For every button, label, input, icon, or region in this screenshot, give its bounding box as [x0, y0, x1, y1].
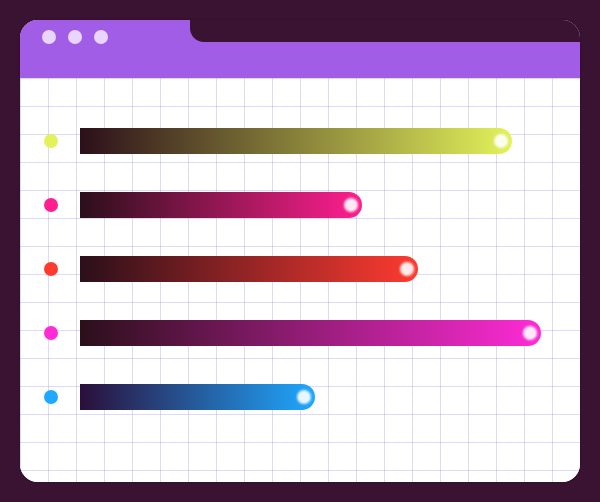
bar-row [50, 320, 550, 346]
window-controls [42, 30, 108, 44]
window-control-dot[interactable] [42, 30, 56, 44]
series-bullet-icon [44, 326, 58, 340]
window-control-dot[interactable] [94, 30, 108, 44]
series-bullet-icon [44, 198, 58, 212]
series-bullet-icon [44, 262, 58, 276]
bar [80, 320, 541, 346]
window-control-dot[interactable] [68, 30, 82, 44]
bar [80, 256, 418, 282]
titlebar [20, 20, 580, 78]
chart-area [20, 78, 580, 482]
bar-row [50, 128, 550, 154]
bar-row [50, 256, 550, 282]
series-bullet-icon [44, 134, 58, 148]
bar-row [50, 384, 550, 410]
bar-row [50, 192, 550, 218]
bar [80, 192, 362, 218]
series-bullet-icon [44, 390, 58, 404]
bar [80, 128, 512, 154]
app-window [20, 20, 580, 482]
horizontal-bar-chart [50, 128, 550, 452]
bar [80, 384, 315, 410]
